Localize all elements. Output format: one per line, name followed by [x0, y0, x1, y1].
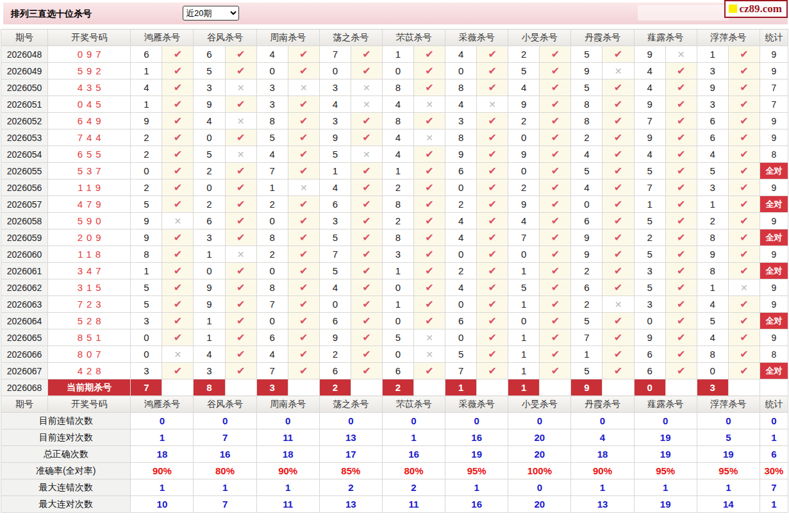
stats-value: 80%: [194, 463, 256, 479]
mark-cell: ✔: [602, 313, 634, 329]
kill-digit: 3: [256, 96, 288, 113]
period-range-select[interactable]: 近20期: [183, 6, 239, 21]
check-icon: ✔: [740, 49, 748, 60]
kill-digit: 4: [697, 329, 728, 346]
mark-cell: ✔: [665, 213, 697, 229]
mark-cell: ✔: [288, 363, 319, 379]
check-icon: ✔: [614, 265, 622, 276]
mark-cell: ✔: [728, 163, 760, 179]
check-icon: ✔: [677, 299, 685, 310]
mark-cell: ✔: [225, 46, 256, 63]
mark-cell: ✔: [540, 129, 571, 146]
check-icon: ✔: [677, 215, 685, 226]
check-icon: ✔: [488, 165, 497, 176]
stats-value: 1: [571, 479, 634, 496]
check-icon: ✔: [551, 132, 560, 143]
kill-digit: 7: [319, 46, 351, 63]
kill-digit: 2: [571, 296, 602, 313]
check-icon: ✔: [237, 99, 245, 110]
col-header-expert: 芣苡杀号: [382, 29, 445, 46]
check-icon: ✔: [299, 115, 308, 126]
current-period-row: 2026068当前期杀号7832211903: [1, 379, 788, 396]
check-icon: ✔: [614, 249, 622, 260]
mark-cell-empty: [602, 379, 634, 396]
stats-label: 总正确次数: [1, 446, 131, 463]
col-header-expert: 周南杀号: [256, 29, 319, 46]
kill-digit: 4: [508, 213, 540, 229]
stats-value: 18: [571, 446, 634, 463]
check-icon: ✔: [299, 99, 308, 110]
site-logo[interactable]: cz89.com: [724, 0, 788, 18]
check-icon: ✔: [425, 149, 433, 160]
stats-value: 17: [319, 446, 382, 463]
mark-cell: ✔: [225, 279, 256, 296]
mark-cell: ✔: [414, 363, 445, 379]
stats-value: 80%: [382, 463, 445, 479]
mark-cell: ✔: [477, 46, 508, 63]
kill-digit: 9: [508, 146, 540, 163]
col-header-expert: 浮萍杀号: [697, 396, 760, 413]
stats-value: 100%: [508, 463, 571, 479]
data-row: 20260674283✔3✔7✔6✔6✔7✔1✔5✔6✔0✔全对: [1, 363, 788, 379]
kill-digit: 5: [319, 229, 351, 246]
kill-digit: 1: [508, 329, 540, 346]
check-icon: ✔: [425, 215, 433, 226]
check-icon: ✔: [551, 99, 560, 110]
period-cell: 2026061: [1, 263, 48, 279]
kill-digit: 3: [194, 79, 225, 96]
mark-cell: ✔: [728, 79, 760, 96]
stat-count: 9: [760, 296, 788, 313]
topbar-highlight: [638, 5, 729, 21]
mark-cell: ✔: [288, 279, 319, 296]
mark-cell: ✔: [162, 79, 194, 96]
check-icon: ✔: [551, 349, 560, 360]
check-icon: ✔: [551, 282, 560, 293]
kill-digit: 4: [508, 79, 540, 96]
period-cell: 2026064: [1, 313, 48, 329]
mark-cell: ✔: [728, 129, 760, 146]
mark-cell: ✔: [540, 263, 571, 279]
mark-cell: ✔: [602, 229, 634, 246]
kill-digit: 9: [319, 329, 351, 346]
check-icon: ✔: [174, 299, 182, 310]
stats-value: 0: [445, 413, 508, 429]
check-icon: ✔: [551, 82, 560, 93]
col-header-expert: 薤露杀号: [634, 29, 697, 46]
data-row: 20260561192✔0✔1✕4✔2✔0✔2✔4✔7✔3✔9: [1, 179, 788, 196]
stats-value: 18: [256, 446, 319, 463]
page-title: 排列三直选十位杀号: [11, 8, 92, 20]
stats-value: 0: [508, 413, 571, 429]
check-icon: ✔: [362, 282, 370, 293]
stats-value: 19: [634, 429, 697, 446]
mark-cell-empty: [351, 379, 382, 396]
check-icon: ✔: [362, 232, 370, 243]
cross-icon: ✕: [363, 149, 370, 160]
kill-digit: 9: [131, 229, 162, 246]
data-row: 20260637235✔9✔7✔0✔1✔0✔1✔2✕3✔4✔9: [1, 296, 788, 313]
stats-value: 0: [131, 413, 194, 429]
check-icon: ✔: [614, 115, 622, 126]
mark-cell: ✔: [288, 229, 319, 246]
stats-value: 1: [194, 479, 256, 496]
mark-cell: ✔: [540, 213, 571, 229]
mark-cell: ✔: [602, 46, 634, 63]
kill-digit: 5: [256, 129, 288, 146]
kill-digit: 1: [508, 363, 540, 379]
period-cell: 2026065: [1, 329, 48, 346]
check-icon: ✔: [299, 265, 308, 276]
stat-count: 9: [760, 329, 788, 346]
mark-cell: ✔: [414, 179, 445, 196]
stat-count: 9: [760, 179, 788, 196]
check-icon: ✔: [677, 349, 685, 360]
kill-digit: 0: [382, 346, 413, 363]
stats-value: 0: [634, 413, 697, 429]
check-icon: ✔: [362, 315, 370, 326]
mark-cell: ✔: [351, 229, 382, 246]
stat-count: 9: [760, 246, 788, 263]
mark-cell: ✔: [414, 296, 445, 313]
mark-cell: ✔: [602, 96, 634, 113]
check-icon: ✔: [677, 315, 685, 326]
kill-digit: 3: [634, 296, 665, 313]
check-icon: ✔: [174, 199, 182, 210]
kill-digit: 2: [382, 213, 413, 229]
